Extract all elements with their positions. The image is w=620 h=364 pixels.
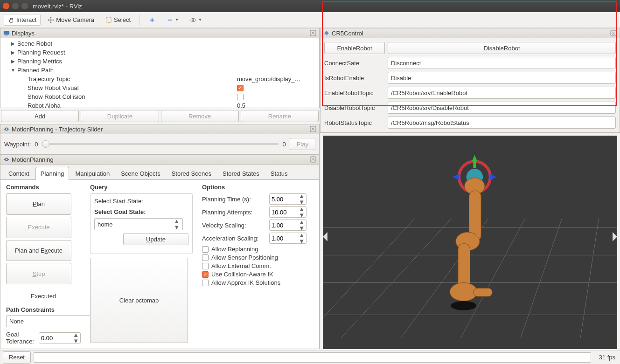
svg-point-34 — [451, 301, 476, 310]
connect-state-label: ConnectSate — [324, 60, 385, 67]
link-icon — [3, 126, 10, 132]
motionplanning-tabs: Context Planning Manipulation Scene Obje… — [0, 165, 319, 180]
execute-button[interactable]: Execute — [6, 217, 71, 238]
tree-item-trajectory-topic[interactable]: Trajectory Topic — [0, 75, 235, 83]
move-camera-icon — [48, 17, 54, 23]
remove-display-button[interactable]: Remove — [161, 110, 239, 122]
approx-ik-checkbox[interactable] — [202, 280, 209, 286]
planning-attempts-label: Planning Attempts: — [202, 209, 267, 216]
allow-sensor-checkbox[interactable] — [202, 254, 209, 261]
collision-ik-checkbox[interactable] — [202, 271, 209, 278]
is-robot-enable-field[interactable]: Disable — [388, 72, 616, 84]
tab-status[interactable]: Status — [265, 167, 293, 180]
velocity-scaling-spin[interactable]: ▲▼ — [269, 220, 307, 231]
cr5control-panel-header[interactable]: CR5Control — [320, 28, 620, 38]
add-tool-button[interactable] — [145, 14, 160, 26]
main-toolbar: Interact Move Camera Select ▼ ▼ — [0, 12, 620, 28]
robot-alpha-value[interactable]: 0.5 — [235, 101, 319, 108]
tab-manipulation[interactable]: Manipulation — [70, 167, 115, 180]
waypoint-slider[interactable] — [42, 143, 279, 145]
waypoint-start: 0 — [35, 141, 38, 148]
accel-scaling-spin[interactable]: ▲▼ — [269, 233, 307, 244]
update-button[interactable]: Update — [123, 233, 188, 245]
move-camera-label: Move Camera — [56, 16, 94, 23]
svg-line-16 — [323, 218, 415, 337]
disable-robot-button[interactable]: DisableRobot — [388, 42, 616, 54]
stop-button[interactable]: Stop — [6, 263, 71, 284]
close-icon[interactable] — [310, 156, 316, 163]
link-icon — [3, 156, 10, 163]
select-tool-button[interactable]: Select — [101, 14, 135, 26]
motionplanning-panel-header[interactable]: MotionPlanning — [0, 154, 320, 165]
planning-attempts-spin[interactable]: ▲▼ — [269, 206, 307, 218]
add-display-button[interactable]: Add — [1, 110, 79, 122]
planning-time-label: Planning Time (s): — [202, 196, 267, 203]
displays-icon — [3, 30, 10, 36]
executed-label: Executed — [6, 293, 81, 300]
duplicate-display-button[interactable]: Duplicate — [81, 110, 159, 122]
trajectory-title: MotionPlanning - Trajectory Slider — [12, 126, 310, 133]
tree-item-show-visual[interactable]: Show Robot Visual — [0, 83, 235, 92]
tree-item-show-collision[interactable]: Show Robot Collision — [0, 92, 235, 101]
plan-button[interactable]: Plan — [6, 193, 71, 215]
enable-topic-field[interactable]: /CR5Robot/srv/EnableRobot — [388, 87, 616, 99]
show-visual-checkbox[interactable] — [237, 85, 244, 91]
tab-stored-scenes[interactable]: Stored Scenes — [167, 167, 216, 180]
tab-planning[interactable]: Planning — [35, 167, 70, 180]
tab-scene-objects[interactable]: Scene Objects — [116, 167, 166, 180]
window-close-icon[interactable] — [3, 3, 9, 9]
svg-marker-26 — [490, 174, 497, 180]
enable-robot-button[interactable]: EnableRobot — [324, 42, 385, 54]
displays-panel-header[interactable]: Displays — [0, 28, 320, 38]
goal-tolerance-input[interactable] — [39, 335, 65, 342]
slider-thumb[interactable] — [42, 140, 49, 148]
tree-item-planned-path[interactable]: ▼Planned Path — [0, 66, 235, 75]
allow-replanning-checkbox[interactable] — [202, 246, 209, 253]
status-topic-field[interactable]: /CR5Robot/msg/RobotStatus — [388, 117, 616, 129]
tab-context[interactable]: Context — [3, 167, 35, 180]
svg-rect-33 — [474, 288, 492, 296]
goal-state-label: Select Goal State: — [94, 208, 188, 215]
status-topic-label: RobotStatusTopic — [324, 119, 385, 126]
tree-item-planning-request[interactable]: ▶Planning Request — [0, 48, 235, 57]
hand-icon — [8, 17, 14, 23]
goal-state-combo[interactable]: home ▲▼ — [94, 218, 183, 230]
clear-octomap-button[interactable]: Clear octomap — [90, 258, 188, 343]
close-icon[interactable] — [310, 126, 316, 132]
svg-rect-4 — [5, 35, 7, 35]
show-collision-checkbox[interactable] — [237, 94, 244, 100]
path-constraints-heading: Path Constraints — [6, 306, 81, 313]
window-minimize-icon[interactable] — [12, 3, 19, 9]
move-camera-tool-button[interactable]: Move Camera — [43, 14, 98, 26]
reset-button[interactable]: Reset — [3, 351, 31, 364]
tree-item-scene-robot[interactable]: ▶Scene Robot — [0, 39, 235, 48]
tree-item-robot-alpha[interactable]: Robot Alpha — [0, 101, 235, 108]
planning-time-spin[interactable]: ▲▼ — [269, 193, 307, 205]
grid-icon — [323, 136, 617, 338]
play-button[interactable]: Play — [290, 138, 315, 150]
remove-tool-button[interactable]: ▼ — [162, 14, 183, 26]
interact-tool-button[interactable]: Interact — [4, 14, 41, 26]
window-maximize-icon[interactable] — [21, 3, 28, 9]
plan-and-execute-button[interactable]: Plan and Execute — [6, 240, 71, 261]
rename-display-button[interactable]: Rename — [241, 110, 319, 122]
enable-topic-label: EnableRobotTopic — [324, 89, 385, 96]
velocity-scaling-label: Velocity Scaling: — [202, 222, 267, 229]
tree-item-planning-metrics[interactable]: ▶Planning Metrics — [0, 57, 235, 66]
allow-external-checkbox[interactable] — [202, 263, 209, 269]
close-icon[interactable] — [310, 30, 316, 36]
tab-stored-states[interactable]: Stored States — [217, 167, 265, 180]
goal-tolerance-spin[interactable]: ▲▼ — [39, 332, 81, 343]
status-message — [34, 352, 591, 363]
3d-viewport[interactable] — [323, 136, 617, 349]
view-tool-button[interactable]: ▼ — [186, 14, 206, 26]
close-icon[interactable] — [610, 30, 617, 36]
waypoint-end: 0 — [282, 141, 286, 148]
svg-marker-27 — [453, 174, 459, 180]
connect-state-field[interactable]: Disconnect — [388, 57, 616, 69]
trajectory-topic-value[interactable]: move_group/display_… — [235, 75, 319, 83]
trajectory-panel-header[interactable]: MotionPlanning - Trajectory Slider — [0, 124, 320, 134]
disable-topic-field[interactable]: /CR5Robot/srv/DisableRobot — [388, 102, 616, 114]
query-heading: Query — [90, 184, 193, 191]
svg-line-14 — [521, 218, 562, 337]
